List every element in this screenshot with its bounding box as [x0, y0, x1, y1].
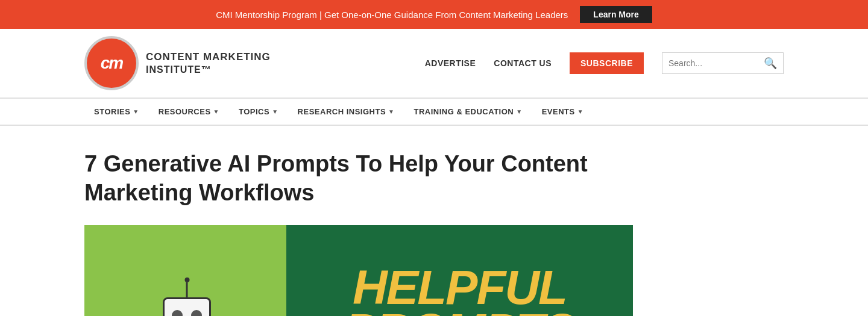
header-nav-links: ADVERTISE CONTACT US	[425, 58, 552, 68]
search-input[interactable]	[668, 58, 759, 68]
robot-eye-left	[172, 310, 183, 316]
article-image: HELPFULPROMPTS	[84, 225, 633, 316]
logo-text: CONTENT MARKETING INSTITUTE™	[146, 51, 271, 75]
advertise-link[interactable]: ADVERTISE	[425, 58, 476, 68]
search-button[interactable]: 🔍	[764, 57, 777, 70]
chevron-down-icon: ▼	[272, 108, 278, 115]
robot-antenna	[186, 282, 188, 297]
nav-item-training-education[interactable]: TRAINING & EDUCATION ▼	[404, 99, 532, 125]
top-banner: CMI Mentorship Program | Get One-on-One …	[0, 0, 868, 29]
logo-circle: cm	[84, 36, 139, 90]
learn-more-button[interactable]: Learn More	[580, 6, 652, 23]
robot-head	[163, 297, 211, 316]
header-right: ADVERTISE CONTACT US SUBSCRIBE 🔍	[425, 52, 784, 74]
nav-label-research-insights: RESEARCH INSIGHTS	[298, 107, 386, 116]
chevron-down-icon: ▼	[213, 108, 219, 115]
nav-item-research-insights[interactable]: RESEARCH INSIGHTS ▼	[288, 99, 404, 125]
helpful-text: HELPFULPROMPTS	[345, 266, 575, 316]
search-icon: 🔍	[764, 57, 777, 69]
robot-illustration	[151, 297, 223, 316]
logo-line1: CONTENT MARKETING	[146, 51, 271, 63]
chevron-down-icon: ▼	[388, 108, 394, 115]
chevron-down-icon: ▼	[133, 108, 139, 115]
article-title: 7 Generative AI Prompts To Help Your Con…	[84, 150, 627, 207]
nav-item-stories[interactable]: STORIES ▼	[84, 99, 149, 125]
chevron-down-icon: ▼	[577, 108, 583, 115]
logo-initials: cm	[101, 54, 122, 73]
logo[interactable]: cm CONTENT MARKETING INSTITUTE™	[84, 36, 271, 90]
subscribe-button[interactable]: SUBSCRIBE	[570, 52, 644, 74]
banner-message: CMI Mentorship Program | Get One-on-One …	[216, 10, 568, 20]
article-image-left	[84, 225, 289, 316]
main-content: 7 Generative AI Prompts To Help Your Con…	[0, 126, 868, 316]
nav-label-topics: TOPICS	[239, 107, 269, 116]
nav-item-topics[interactable]: TOPICS ▼	[229, 99, 288, 125]
nav-label-events: EVENTS	[542, 107, 575, 116]
search-box: 🔍	[662, 52, 784, 74]
contact-us-link[interactable]: CONTACT US	[494, 58, 552, 68]
robot-eye-right	[191, 310, 202, 316]
logo-line2: INSTITUTE™	[146, 64, 271, 75]
nav-label-training-education: TRAINING & EDUCATION	[414, 107, 514, 116]
main-nav: STORIES ▼ RESOURCES ▼ TOPICS ▼ RESEARCH …	[0, 99, 868, 126]
chevron-down-icon: ▼	[516, 108, 522, 115]
nav-label-resources: RESOURCES	[159, 107, 211, 116]
nav-label-stories: STORIES	[94, 107, 130, 116]
nav-item-events[interactable]: EVENTS ▼	[532, 99, 593, 125]
article-image-right: HELPFULPROMPTS	[286, 225, 633, 316]
site-header: cm CONTENT MARKETING INSTITUTE™ ADVERTIS…	[0, 29, 868, 99]
nav-item-resources[interactable]: RESOURCES ▼	[149, 99, 229, 125]
